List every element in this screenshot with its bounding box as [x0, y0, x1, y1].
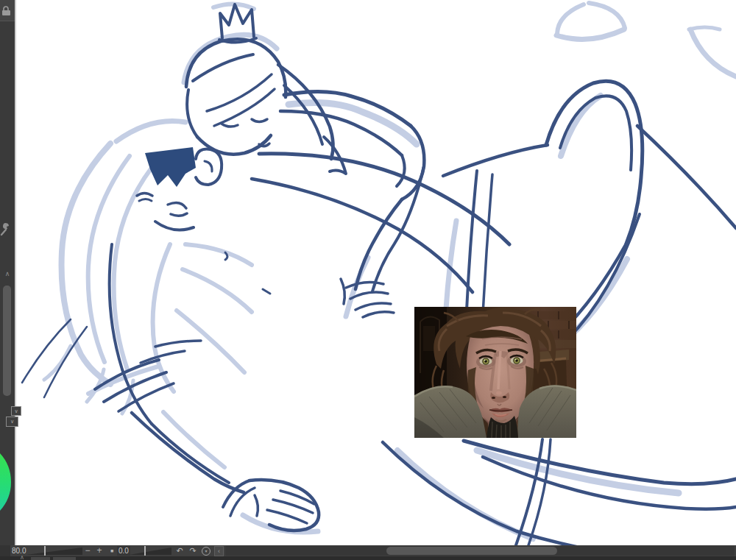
- statusbar-corner: [0, 545, 10, 556]
- canvas-drawing-area[interactable]: [0, 0, 736, 545]
- reference-photo: [414, 307, 576, 438]
- expand-panel-chevron[interactable]: ∧: [20, 555, 24, 560]
- fit-view-button[interactable]: ■: [107, 545, 116, 556]
- zoom-in-button[interactable]: +: [94, 545, 105, 556]
- scroll-up-button[interactable]: ∧: [1, 269, 13, 279]
- panel-collapse-button-1[interactable]: ∨: [11, 406, 21, 416]
- lower-bar: ∧: [0, 556, 736, 560]
- zoom-slider-handle[interactable]: [44, 546, 46, 556]
- paint-app-window: ∧ ∨ ∨ 80.0 − + ■ 0.0 ↶ ↷ ▾ ‹: [0, 0, 736, 560]
- vertical-scrollbar-thumb[interactable]: [3, 286, 11, 396]
- lock-icon: [1, 6, 13, 16]
- panel-collapse-button-2[interactable]: ∨: [6, 417, 18, 427]
- rotation-angle-value[interactable]: 0.0: [117, 546, 130, 556]
- censor-blob: [145, 147, 196, 187]
- wrench-icon[interactable]: [0, 222, 11, 237]
- lower-bar-tab[interactable]: [31, 557, 50, 560]
- left-tool-panel: ∧: [0, 0, 16, 545]
- horizontal-scrollbar[interactable]: [225, 546, 735, 556]
- rotation-slider[interactable]: [130, 547, 171, 555]
- color-ring-indicator: [0, 438, 13, 528]
- zoom-slider[interactable]: [26, 547, 82, 555]
- zoom-out-button[interactable]: −: [82, 545, 93, 556]
- status-bar: 80.0 − + ■ 0.0 ↶ ↷ ▾ ‹: [0, 545, 736, 556]
- lower-bar-tab[interactable]: [53, 557, 76, 560]
- undo-button[interactable]: ↶: [174, 545, 185, 556]
- redo-button[interactable]: ↷: [187, 545, 199, 556]
- panel-top-button[interactable]: [0, 0, 15, 21]
- reset-view-button[interactable]: ▾: [202, 547, 210, 556]
- rotation-slider-handle[interactable]: [144, 546, 146, 556]
- collapse-toolbar-button[interactable]: ‹: [214, 546, 224, 556]
- horizontal-scrollbar-thumb[interactable]: [386, 547, 557, 555]
